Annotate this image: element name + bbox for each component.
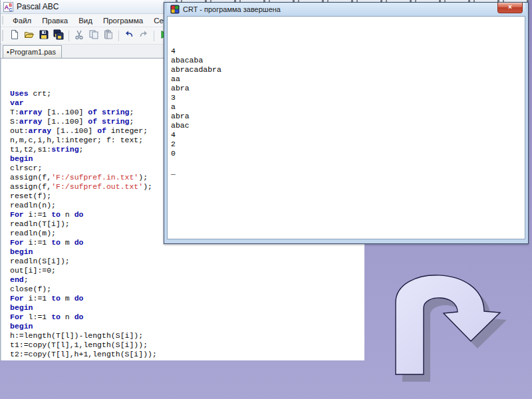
console-cursor: _ — [171, 168, 525, 177]
console-line: abra — [171, 84, 525, 93]
decorative-uturn-arrow — [372, 253, 532, 399]
code-line: out[i]:=0; — [10, 266, 364, 275]
console-title-bar[interactable]: CRT - программа завершена — [167, 3, 525, 16]
tab-program1[interactable]: • Program1.pas — [3, 45, 62, 58]
svg-text:C: C — [9, 7, 12, 11]
tab-label: Program1.pas — [10, 48, 56, 56]
undo-icon — [124, 29, 134, 43]
console-window-title: CRT - программа завершена — [183, 5, 281, 13]
toolbar-separator — [118, 31, 119, 41]
console-line: 2 — [171, 140, 525, 149]
code-line: h:=length(T[l])-length(S[i]); — [10, 331, 364, 340]
code-line: t2:=copy(T[l],h+1,length(S[i])); — [10, 350, 364, 359]
code-line: t1:=copy(T[l],1,length(S[i])); — [10, 340, 364, 350]
console-blank-line — [171, 158, 525, 168]
menu-item-file[interactable]: Файл — [7, 15, 37, 26]
code-line: close(f); — [10, 285, 364, 294]
console-app-icon — [170, 5, 180, 14]
code-line: s1:=S[i]; — [10, 359, 364, 360]
console-line: 4 — [171, 47, 525, 56]
toolbar-separator — [68, 31, 69, 41]
code-line: end; — [10, 275, 364, 285]
code-line: readln(S[i]); — [10, 257, 364, 266]
svg-text:A: A — [4, 3, 9, 10]
copy-icon — [88, 29, 99, 43]
code-line: For i:=1 to m do — [10, 294, 364, 303]
copy-button[interactable] — [87, 29, 100, 43]
crt-console-window: CRT - программа завершена × 4abacabaabra… — [164, 2, 529, 244]
console-line: aa — [171, 74, 525, 84]
toolbar-grip-handle[interactable] — [2, 30, 5, 42]
code-line: begin — [10, 322, 364, 331]
menu-item-program[interactable]: Программа — [98, 15, 148, 26]
cut-button[interactable] — [72, 29, 86, 43]
console-line: a — [171, 102, 525, 112]
slide-background: { "colors": { "background_purple_top": "… — [0, 0, 532, 399]
menu-item-edit[interactable]: Правка — [37, 15, 73, 26]
new-file-button[interactable] — [8, 29, 21, 43]
save-file-icon — [39, 29, 49, 43]
console-line: 3 — [171, 93, 525, 102]
open-file-icon — [24, 29, 35, 43]
save-file-button[interactable] — [37, 29, 51, 43]
pascal-abc-logo-icon: A B C — [3, 2, 13, 12]
save-all-button[interactable] — [52, 29, 65, 43]
paste-button[interactable] — [102, 29, 115, 43]
console-output[interactable]: 4abacabaabracadabraaaabra3aabraabac420_ — [167, 16, 525, 239]
pascal-window-title: Pascal ABC — [17, 2, 59, 11]
toolbar-separator — [154, 31, 154, 41]
cut-icon — [74, 29, 84, 43]
console-line: abracadabra — [171, 65, 525, 74]
open-file-button[interactable] — [23, 29, 36, 43]
code-line: begin — [10, 247, 364, 257]
arrow-shape — [396, 275, 500, 374]
menu-grip-handle[interactable] — [2, 16, 5, 25]
console-line: 0 — [171, 149, 525, 158]
console-line: 4 — [171, 130, 525, 140]
paste-icon — [103, 29, 114, 43]
tab-modified-marker: • — [7, 49, 9, 56]
undo-button[interactable] — [122, 29, 136, 43]
code-line: For l:=1 to n do — [10, 313, 364, 322]
redo-icon — [138, 29, 149, 43]
new-file-icon — [9, 29, 20, 43]
code-line: begin — [10, 303, 364, 313]
console-line: abacaba — [171, 56, 525, 65]
save-all-icon — [53, 29, 64, 43]
console-line: abra — [171, 112, 525, 121]
menu-item-view[interactable]: Вид — [73, 15, 98, 26]
console-line: abac — [171, 121, 525, 130]
close-button[interactable]: × — [497, 3, 523, 13]
redo-button[interactable] — [137, 29, 150, 43]
